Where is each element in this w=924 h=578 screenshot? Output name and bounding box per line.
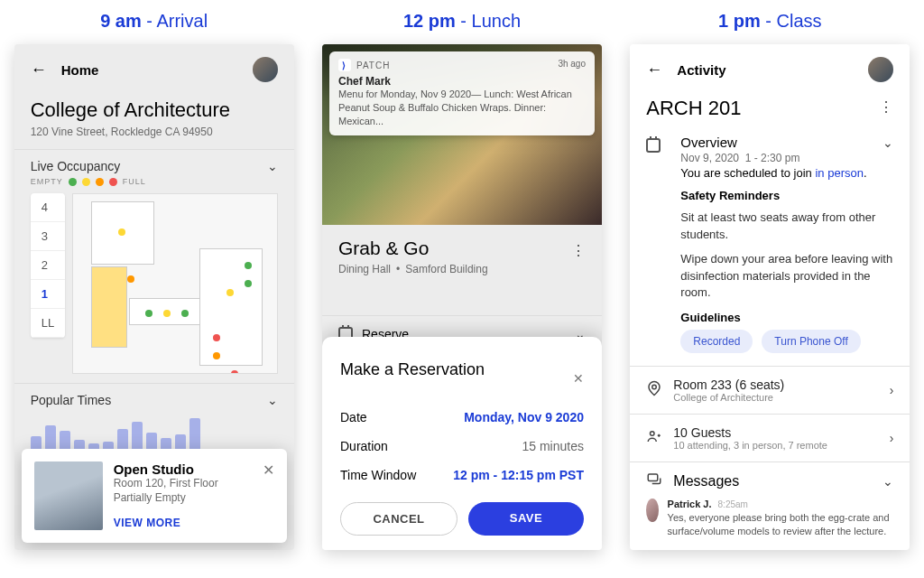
chevron-right-icon: › bbox=[890, 431, 894, 445]
room-row[interactable]: Room 233 (6 seats) College of Architectu… bbox=[630, 367, 910, 415]
svg-point-1 bbox=[651, 432, 655, 436]
messages-icon bbox=[646, 471, 662, 491]
overview-title: Overview bbox=[680, 135, 737, 150]
messages-header[interactable]: Messages ⌄ bbox=[630, 462, 910, 495]
view-more-button[interactable]: VIEW MORE bbox=[114, 517, 252, 529]
message-item[interactable]: Patrick J. 8:25am Yes, everyone please b… bbox=[630, 495, 910, 549]
calendar-icon bbox=[646, 138, 661, 153]
arrow-left-icon: ← bbox=[646, 61, 662, 79]
chevron-down-icon[interactable]: ⌄ bbox=[882, 135, 893, 150]
popular-times-header[interactable]: Popular Times ⌄ bbox=[31, 393, 278, 407]
avatar[interactable] bbox=[253, 57, 278, 82]
floor-selector[interactable]: 4 3 2 1 LL bbox=[31, 193, 65, 338]
chip-recorded[interactable]: Recorded bbox=[680, 330, 753, 353]
timeline-label-arrival: 9 am - Arrival bbox=[14, 11, 294, 32]
occupancy-legend: EMPTY FULL bbox=[31, 177, 278, 186]
message-body: Yes, everyone please bring both the egg-… bbox=[668, 511, 894, 538]
avatar[interactable] bbox=[868, 57, 893, 82]
timeline-label-lunch: 12 pm - Lunch bbox=[322, 11, 602, 32]
close-icon[interactable]: ✕ bbox=[263, 461, 274, 530]
guests-icon bbox=[646, 428, 662, 448]
dining-subtitle: Dining Hall•Samford Building bbox=[338, 263, 586, 275]
close-icon[interactable]: ✕ bbox=[573, 371, 584, 386]
more-icon[interactable]: ⋮ bbox=[571, 242, 586, 259]
back-button[interactable]: ← Home bbox=[31, 61, 99, 79]
screen-arrival: ← Home College of Architecture 120 Vine … bbox=[14, 44, 294, 550]
svg-point-0 bbox=[652, 385, 657, 389]
patch-logo-icon: ⟩ bbox=[338, 59, 351, 71]
room-thumbnail bbox=[34, 461, 103, 530]
timeline-label-class: 1 pm - Class bbox=[630, 11, 910, 32]
popular-times-chart bbox=[31, 415, 278, 451]
card-title: Open Studio bbox=[114, 461, 252, 477]
chip-phone-off[interactable]: Turn Phone Off bbox=[762, 330, 860, 353]
svg-rect-2 bbox=[649, 474, 659, 481]
page-title: College of Architecture bbox=[31, 98, 278, 122]
notification-body: Menu for Monday, Nov 9 2020— Lunch: West… bbox=[338, 88, 586, 128]
arrow-left-icon: ← bbox=[31, 61, 47, 79]
sheet-row-window[interactable]: Time Window 12 pm - 12:15 pm PST bbox=[340, 461, 584, 489]
card-status: Partially Empty bbox=[114, 491, 252, 504]
reminders-title: Safety Reminders bbox=[680, 189, 893, 202]
address: 120 Vine Street, Rockledge CA 94950 bbox=[31, 126, 278, 138]
cancel-button[interactable]: CANCEL bbox=[340, 502, 457, 536]
back-label: Home bbox=[61, 62, 99, 78]
sheet-title: Make a Reservation bbox=[340, 360, 485, 379]
floorplan-map[interactable] bbox=[72, 193, 278, 374]
save-button[interactable]: SAVE bbox=[468, 502, 584, 536]
chevron-down-icon: ⌄ bbox=[267, 159, 278, 173]
dining-title: Grab & Go bbox=[338, 238, 429, 259]
guests-row[interactable]: 10 Guests 10 attending, 3 in person, 7 r… bbox=[630, 415, 910, 462]
reservation-sheet: Make a Reservation ✕ Date Monday, Nov 9 … bbox=[322, 337, 602, 550]
chevron-down-icon: ⌄ bbox=[267, 393, 278, 407]
notification-sender: Chef Mark bbox=[338, 75, 586, 88]
location-icon bbox=[646, 380, 662, 400]
overview-schedule: You are scheduled to join in person. bbox=[680, 166, 893, 180]
message-avatar bbox=[646, 499, 658, 522]
class-title: ARCH 201 bbox=[646, 97, 741, 120]
screen-lunch: ⟩PATCH 3h ago Chef Mark Menu for Monday,… bbox=[322, 44, 602, 550]
screen-class: ← Activity ARCH 201 ⋮ Overview ⌄ bbox=[630, 44, 910, 550]
back-label: Activity bbox=[677, 62, 725, 78]
reminder-2: Wipe down your area before leaving with … bbox=[680, 251, 893, 303]
card-subtitle: Room 120, First Floor bbox=[114, 477, 252, 489]
chevron-down-icon: ⌄ bbox=[882, 474, 893, 489]
sheet-row-date[interactable]: Date Monday, Nov 9 2020 bbox=[340, 403, 584, 432]
occupancy-header[interactable]: Live Occupancy ⌄ bbox=[31, 159, 278, 173]
reminder-1: Sit at least two seats away from other s… bbox=[680, 210, 893, 244]
back-button[interactable]: ← Activity bbox=[646, 61, 725, 79]
guidelines-title: Guidelines bbox=[680, 311, 893, 324]
notification-banner[interactable]: ⟩PATCH 3h ago Chef Mark Menu for Monday,… bbox=[329, 51, 595, 135]
more-icon[interactable]: ⋮ bbox=[879, 98, 893, 116]
overview-datetime: Nov 9, 2020 1 - 2:30 pm bbox=[680, 152, 893, 164]
sheet-row-duration[interactable]: Duration 15 minutes bbox=[340, 432, 584, 461]
open-studio-card: Open Studio Room 120, First Floor Partia… bbox=[22, 449, 287, 543]
chevron-right-icon: › bbox=[890, 383, 894, 397]
